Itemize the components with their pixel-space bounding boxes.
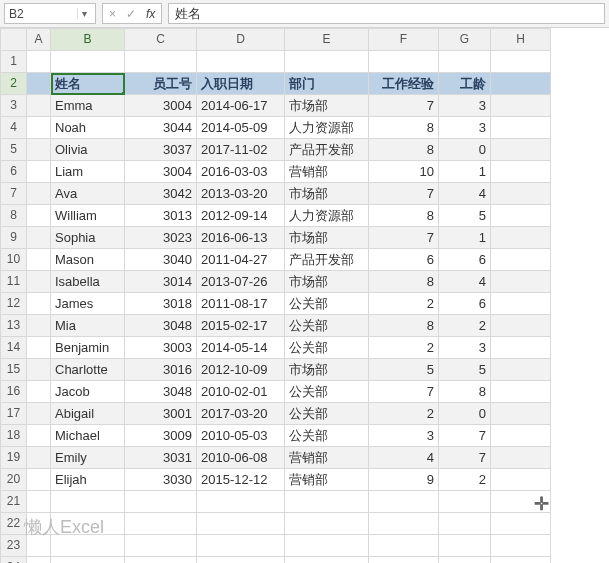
cell-F4[interactable]: 8: [369, 117, 439, 139]
cell-D17[interactable]: 2017-03-20: [197, 403, 285, 425]
cell-A13[interactable]: [27, 315, 51, 337]
cell-B15[interactable]: Charlotte: [51, 359, 125, 381]
cell-E14[interactable]: 公关部: [285, 337, 369, 359]
name-box[interactable]: B2 ▾: [4, 3, 96, 24]
cell-G17[interactable]: 0: [439, 403, 491, 425]
row-header-4[interactable]: 4: [1, 117, 27, 139]
cell-E1[interactable]: [285, 51, 369, 73]
cell-G1[interactable]: [439, 51, 491, 73]
cell-H6[interactable]: [491, 161, 551, 183]
cell-H16[interactable]: [491, 381, 551, 403]
cell-F1[interactable]: [369, 51, 439, 73]
cell-F23[interactable]: [369, 535, 439, 557]
cell-F8[interactable]: 8: [369, 205, 439, 227]
cell-H5[interactable]: [491, 139, 551, 161]
cell-H1[interactable]: [491, 51, 551, 73]
cell-F13[interactable]: 8: [369, 315, 439, 337]
cell-C9[interactable]: 3023: [125, 227, 197, 249]
cell-C1[interactable]: [125, 51, 197, 73]
row-header-20[interactable]: 20: [1, 469, 27, 491]
cell-A6[interactable]: [27, 161, 51, 183]
cell-A19[interactable]: [27, 447, 51, 469]
cell-F9[interactable]: 7: [369, 227, 439, 249]
cell-A15[interactable]: [27, 359, 51, 381]
fx-icon[interactable]: fx: [146, 8, 155, 20]
cell-A10[interactable]: [27, 249, 51, 271]
cell-D12[interactable]: 2011-08-17: [197, 293, 285, 315]
cell-G20[interactable]: 2: [439, 469, 491, 491]
cell-A18[interactable]: [27, 425, 51, 447]
cell-G22[interactable]: [439, 513, 491, 535]
cell-D14[interactable]: 2014-05-14: [197, 337, 285, 359]
cell-A5[interactable]: [27, 139, 51, 161]
cell-E10[interactable]: 产品开发部: [285, 249, 369, 271]
cell-E13[interactable]: 公关部: [285, 315, 369, 337]
row-header-19[interactable]: 19: [1, 447, 27, 469]
cell-G18[interactable]: 7: [439, 425, 491, 447]
cell-C24[interactable]: [125, 557, 197, 564]
column-header-D[interactable]: D: [197, 29, 285, 51]
cell-D21[interactable]: [197, 491, 285, 513]
row-header-5[interactable]: 5: [1, 139, 27, 161]
cell-B20[interactable]: Elijah: [51, 469, 125, 491]
cell-B19[interactable]: Emily: [51, 447, 125, 469]
cell-F24[interactable]: [369, 557, 439, 564]
cell-H22[interactable]: [491, 513, 551, 535]
cell-E20[interactable]: 营销部: [285, 469, 369, 491]
cell-E24[interactable]: [285, 557, 369, 564]
cell-C7[interactable]: 3042: [125, 183, 197, 205]
cell-C5[interactable]: 3037: [125, 139, 197, 161]
cell-E9[interactable]: 市场部: [285, 227, 369, 249]
cell-E11[interactable]: 市场部: [285, 271, 369, 293]
cell-D11[interactable]: 2013-07-26: [197, 271, 285, 293]
cell-E22[interactable]: [285, 513, 369, 535]
cell-F2[interactable]: 工作经验: [369, 73, 439, 95]
cell-H4[interactable]: [491, 117, 551, 139]
column-header-E[interactable]: E: [285, 29, 369, 51]
row-header-3[interactable]: 3: [1, 95, 27, 117]
cell-G3[interactable]: 3: [439, 95, 491, 117]
cell-G16[interactable]: 8: [439, 381, 491, 403]
cell-C14[interactable]: 3003: [125, 337, 197, 359]
formula-input[interactable]: 姓名: [168, 3, 605, 24]
cell-D13[interactable]: 2015-02-17: [197, 315, 285, 337]
cell-F21[interactable]: [369, 491, 439, 513]
cell-A20[interactable]: [27, 469, 51, 491]
cell-G7[interactable]: 4: [439, 183, 491, 205]
cell-D6[interactable]: 2016-03-03: [197, 161, 285, 183]
row-header-16[interactable]: 16: [1, 381, 27, 403]
cell-E19[interactable]: 营销部: [285, 447, 369, 469]
cell-H15[interactable]: [491, 359, 551, 381]
cell-G14[interactable]: 3: [439, 337, 491, 359]
cell-H10[interactable]: [491, 249, 551, 271]
row-header-8[interactable]: 8: [1, 205, 27, 227]
cell-G19[interactable]: 7: [439, 447, 491, 469]
column-header-B[interactable]: B: [51, 29, 125, 51]
cell-H17[interactable]: [491, 403, 551, 425]
cell-H8[interactable]: [491, 205, 551, 227]
cell-C11[interactable]: 3014: [125, 271, 197, 293]
cell-B4[interactable]: Noah: [51, 117, 125, 139]
cell-C12[interactable]: 3018: [125, 293, 197, 315]
cell-D18[interactable]: 2010-05-03: [197, 425, 285, 447]
cell-F3[interactable]: 7: [369, 95, 439, 117]
cell-F20[interactable]: 9: [369, 469, 439, 491]
cell-D3[interactable]: 2014-06-17: [197, 95, 285, 117]
row-header-11[interactable]: 11: [1, 271, 27, 293]
cell-D5[interactable]: 2017-11-02: [197, 139, 285, 161]
cell-E4[interactable]: 人力资源部: [285, 117, 369, 139]
cell-H19[interactable]: [491, 447, 551, 469]
cell-F5[interactable]: 8: [369, 139, 439, 161]
cell-D15[interactable]: 2012-10-09: [197, 359, 285, 381]
cell-B3[interactable]: Emma: [51, 95, 125, 117]
cell-F14[interactable]: 2: [369, 337, 439, 359]
row-header-7[interactable]: 7: [1, 183, 27, 205]
cell-E16[interactable]: 公关部: [285, 381, 369, 403]
cell-E7[interactable]: 市场部: [285, 183, 369, 205]
cell-B1[interactable]: [51, 51, 125, 73]
cell-B7[interactable]: Ava: [51, 183, 125, 205]
cell-B9[interactable]: Sophia: [51, 227, 125, 249]
cell-C13[interactable]: 3048: [125, 315, 197, 337]
cell-A2[interactable]: [27, 73, 51, 95]
cell-D16[interactable]: 2010-02-01: [197, 381, 285, 403]
